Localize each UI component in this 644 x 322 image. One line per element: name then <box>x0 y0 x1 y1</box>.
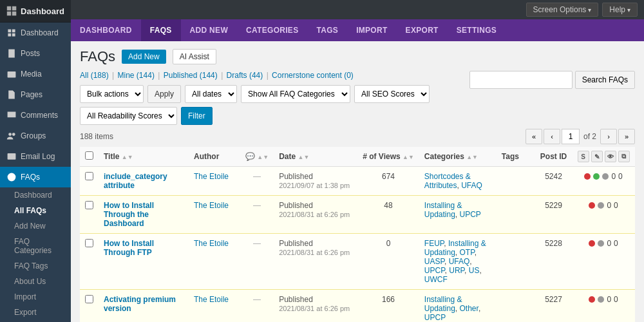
faq-title-link[interactable]: How to Install Through the Dashboard <box>104 201 154 228</box>
search-faqs-button[interactable]: Search FAQs <box>575 71 635 89</box>
col-views[interactable]: # of Views ▲▼ <box>357 147 419 167</box>
author-link[interactable]: The Etoile <box>194 295 229 304</box>
nav-item-settings[interactable]: SETTINGS <box>448 19 506 41</box>
row-checkbox[interactable] <box>85 239 93 247</box>
category-link[interactable]: Other <box>460 304 478 313</box>
category-link[interactable]: FEUP <box>424 239 444 248</box>
count-1: 0 <box>607 201 611 210</box>
faq-title-link[interactable]: include_category attribute <box>104 172 167 190</box>
sidebar-item-groups[interactable]: Groups <box>0 126 71 146</box>
author-link[interactable]: The Etoile <box>194 201 229 210</box>
nav-item-dashboard[interactable]: DASHBOARD <box>71 19 141 41</box>
first-page-button[interactable]: « <box>526 129 542 144</box>
category-link[interactable]: UFAQ <box>461 181 482 190</box>
sidebar-sub-import[interactable]: Import <box>0 289 71 305</box>
row-views: 48 <box>357 196 419 234</box>
category-link[interactable]: UWCF <box>424 275 448 284</box>
sort-arrow: ▲▼ <box>122 154 133 160</box>
nav-item-categories[interactable]: CATEGORIES <box>237 19 307 41</box>
readability-dot <box>598 240 604 247</box>
sidebar-sub-export[interactable]: Export <box>0 305 71 320</box>
select-all-checkbox[interactable] <box>85 151 93 160</box>
sidebar-sub-faq-categories[interactable]: FAQ Categories <box>0 234 71 258</box>
filter-links: All (188) | Mine (144) | Published (144)… <box>80 71 635 80</box>
sidebar-item-faqs[interactable]: ? FAQs <box>0 167 71 187</box>
add-new-button[interactable]: Add New <box>122 50 166 64</box>
category-link[interactable]: UFAQ <box>449 257 470 266</box>
readability-select[interactable]: All Readability Scores <box>80 107 177 125</box>
screen-options-button[interactable]: Screen Options <box>526 3 599 17</box>
category-link[interactable]: UASP <box>424 257 444 266</box>
filter-published-link[interactable]: Published (144) <box>164 71 218 80</box>
seo-green-dot <box>593 173 600 180</box>
items-count: 188 items <box>80 132 113 141</box>
nav-item-faqs[interactable]: FAQS <box>141 19 181 41</box>
dates-select[interactable]: All dates <box>185 85 237 103</box>
media-icon <box>6 69 17 79</box>
author-link[interactable]: The Etoile <box>194 172 229 181</box>
filter-all-link[interactable]: All (188) <box>80 71 109 80</box>
sidebar-sub-about-us[interactable]: About Us <box>0 274 71 289</box>
row-checkbox[interactable] <box>85 201 93 209</box>
filter-drafts-link[interactable]: Drafts (44) <box>227 71 263 80</box>
sidebar-item-posts[interactable]: Posts <box>0 43 71 64</box>
ai-assist-button[interactable]: AI Assist <box>173 49 216 64</box>
col-date[interactable]: Date ▲▼ <box>274 147 357 167</box>
nav-item-export[interactable]: EXPORT <box>397 19 448 41</box>
nav-item-import[interactable]: IMPORT <box>347 19 396 41</box>
faq-title-link[interactable]: How to Install Through FTP <box>104 239 154 257</box>
sidebar-sub-all-faqs[interactable]: All FAQs <box>0 203 71 218</box>
col-categories[interactable]: Categories ▲▼ <box>419 147 497 167</box>
page-title-row: FAQs Add New AI Assist <box>80 49 635 64</box>
filter-cornerstone-link[interactable]: Cornerstone content (0) <box>272 71 354 80</box>
row-checkbox[interactable] <box>85 172 93 180</box>
search-input[interactable] <box>469 71 573 89</box>
sidebar-item-pages[interactable]: Pages <box>0 84 71 105</box>
last-page-button[interactable]: » <box>618 129 635 144</box>
seo-red-dot <box>589 296 595 303</box>
col-title[interactable]: Title ▲▼ <box>99 147 189 167</box>
row-icons: 00 <box>572 290 635 323</box>
category-link[interactable]: OTP <box>460 248 475 257</box>
apply-button[interactable]: Apply <box>147 85 181 103</box>
sidebar-item-dashboard[interactable]: Dashboard <box>0 23 71 43</box>
category-link[interactable]: UPCP <box>424 313 446 322</box>
next-page-button[interactable]: › <box>600 129 617 144</box>
sidebar-sub-dashboard[interactable]: Dashboard <box>0 187 71 203</box>
sidebar-item-comments[interactable]: Comments <box>0 105 71 126</box>
category-link[interactable]: Installing & Updating <box>424 201 462 219</box>
bulk-actions-select[interactable]: Bulk actions <box>80 85 144 103</box>
svg-rect-3 <box>12 12 16 15</box>
sidebar-item-email-log[interactable]: Email Log <box>0 146 71 167</box>
category-link[interactable]: Installing & Updating <box>424 295 462 313</box>
category-link[interactable]: US <box>469 266 480 275</box>
row-categories: Installing & Updating, Other, UPCP <box>419 290 497 323</box>
sidebar-sub-add-new[interactable]: Add New <box>0 218 71 234</box>
category-link[interactable]: URP <box>449 266 464 275</box>
sidebar-sub-faq-tags[interactable]: FAQ Tags <box>0 258 71 274</box>
page-number-input[interactable] <box>562 129 580 144</box>
col-icon-3: 👁 <box>605 151 616 162</box>
categories-select[interactable]: Show All FAQ Categories <box>241 85 350 103</box>
sidebar-item-media[interactable]: Media <box>0 64 71 84</box>
filter-mine-link[interactable]: Mine (144) <box>118 71 155 80</box>
row-icons: 00 <box>572 234 635 290</box>
help-button[interactable]: Help <box>602 3 638 17</box>
category-link[interactable]: UPCP <box>460 210 481 219</box>
category-link[interactable]: UPCP <box>424 266 445 275</box>
row-checkbox[interactable] <box>85 295 93 303</box>
count-1: 0 <box>607 295 611 304</box>
sidebar-header-label: Dashboard <box>21 6 64 16</box>
filter-button[interactable]: Filter <box>181 107 213 125</box>
seo-scores-select[interactable]: All SEO Scores <box>354 85 430 103</box>
count-2: 0 <box>614 295 618 304</box>
col-comment: 💬 ▲▼ <box>240 147 274 167</box>
svg-point-5 <box>9 73 11 75</box>
author-link[interactable]: The Etoile <box>194 239 229 248</box>
row-categories: Installing & Updating, UPCP <box>419 196 497 234</box>
sidebar-header[interactable]: Dashboard <box>0 0 71 23</box>
faq-title-link[interactable]: Activating premium version <box>104 295 176 313</box>
nav-item-add-new[interactable]: ADD NEW <box>181 19 237 41</box>
nav-item-tags[interactable]: TAGS <box>307 19 347 41</box>
prev-page-button[interactable]: ‹ <box>544 129 560 144</box>
